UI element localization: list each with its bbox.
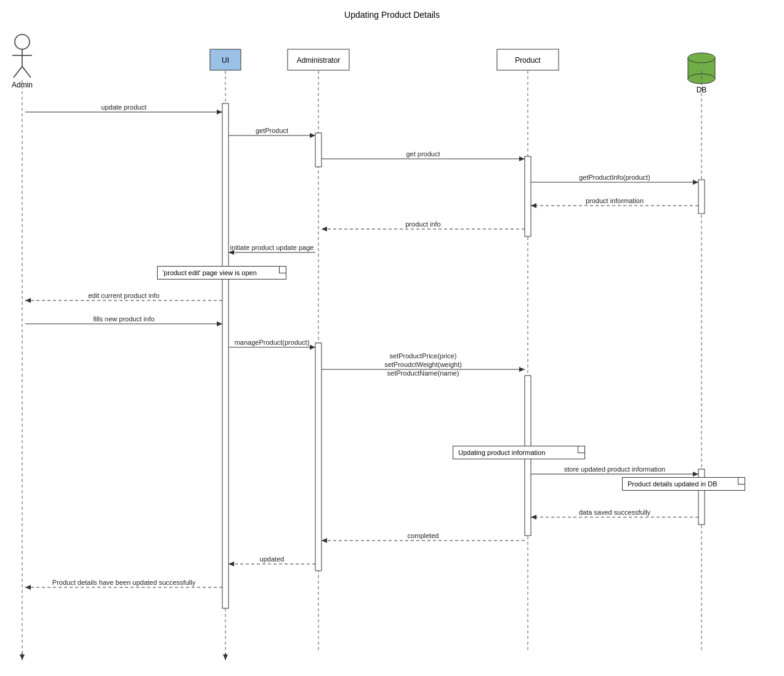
svg-rect-6 [210,49,241,70]
svg-rect-8 [288,49,349,70]
svg-text:DB: DB [697,86,707,94]
svg-marker-32 [310,133,315,138]
svg-text:getProduct: getProduct [256,127,288,134]
svg-marker-56 [310,345,315,350]
svg-text:product info: product info [405,220,440,228]
svg-text:Admin: Admin [12,81,33,89]
svg-marker-62 [693,472,698,477]
svg-rect-24 [525,156,531,236]
svg-text:updated: updated [260,555,285,563]
svg-text:manageProduct(product): manageProduct(product) [235,339,310,346]
svg-text:fills new product info: fills new product info [93,315,155,323]
svg-text:Product: Product [515,56,541,65]
svg-rect-23 [315,343,321,571]
svg-marker-59 [519,367,525,372]
svg-rect-21 [222,103,228,608]
svg-text:Product details have been upda: Product details have been updated succes… [52,579,196,586]
svg-text:Administrator: Administrator [297,56,341,65]
svg-line-3 [14,66,22,78]
svg-marker-79 [223,654,228,660]
svg-text:data saved successfully: data saved successfully [579,509,651,516]
svg-text:completed: completed [408,532,439,539]
svg-marker-50 [25,298,31,303]
svg-marker-44 [321,227,327,231]
svg-text:product information: product information [586,197,644,204]
note-box: Updating product information [453,446,585,459]
svg-text:store updated product informat: store updated product information [564,465,666,473]
diagram-title: Updating Product Details [0,10,784,20]
note-box: Product details updated in DB [622,477,745,491]
svg-marker-47 [228,250,234,255]
svg-marker-65 [531,515,536,520]
svg-rect-12 [688,58,715,79]
svg-marker-68 [321,538,327,543]
svg-rect-22 [315,133,321,167]
svg-marker-74 [25,585,31,590]
svg-marker-53 [217,321,222,326]
svg-marker-35 [519,156,525,161]
svg-text:update product: update product [101,103,146,111]
svg-text:edit current product info: edit current product info [88,292,160,299]
svg-text:getProductInfo(product): getProductInfo(product) [579,174,650,181]
svg-line-4 [22,66,31,78]
svg-rect-26 [698,180,705,214]
svg-marker-71 [228,561,234,566]
sequence-diagram: Updating Product Details AdminUIAdminist… [0,0,784,676]
svg-marker-77 [20,654,25,660]
svg-text:get product: get product [406,150,440,158]
note-box: 'product edit' page view is open [157,266,286,280]
svg-point-14 [688,53,715,63]
svg-marker-29 [217,110,222,115]
svg-text:UI: UI [222,56,229,65]
svg-marker-41 [531,203,536,208]
svg-point-0 [15,34,30,49]
svg-text:setProductPrice(price)setProud: setProductPrice(price)setProudctWeight(w… [384,352,462,377]
svg-rect-10 [497,49,559,70]
svg-point-13 [688,74,715,84]
svg-text:initiate product update page: initiate product update page [230,244,314,251]
svg-marker-38 [693,180,698,185]
